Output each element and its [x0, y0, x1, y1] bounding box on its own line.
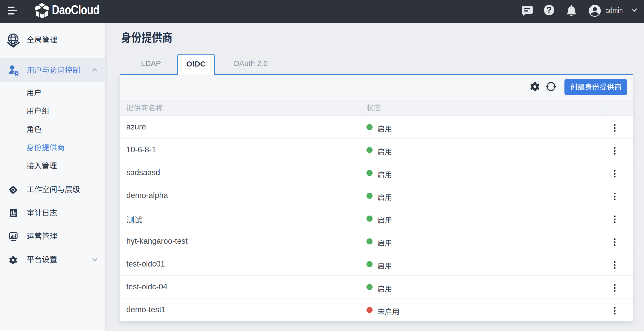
svg-text:?: ? [546, 5, 551, 14]
